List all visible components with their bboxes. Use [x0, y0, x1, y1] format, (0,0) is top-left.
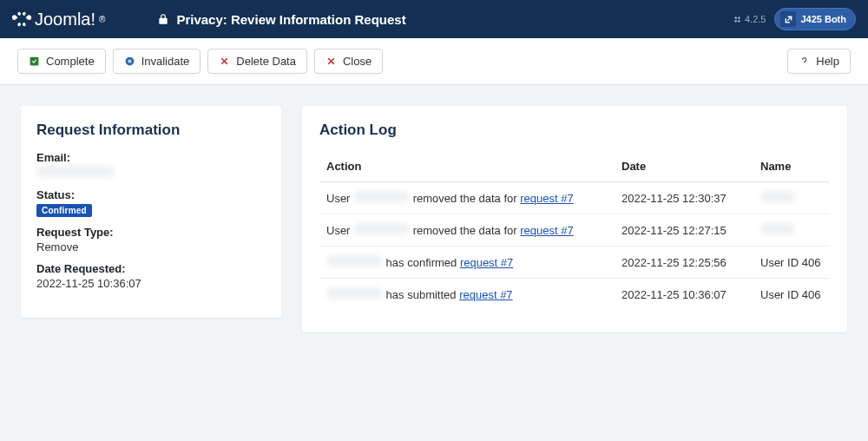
check-square-icon	[29, 56, 40, 67]
action-cell: has submitted request #7	[319, 279, 615, 311]
field-value: Confirmed	[36, 203, 266, 217]
svg-point-0	[734, 16, 737, 19]
field-value: Remove	[36, 240, 266, 253]
request-link[interactable]: request #7	[460, 256, 513, 269]
x-icon	[326, 56, 337, 67]
question-icon	[799, 56, 810, 67]
lock-icon	[157, 13, 169, 25]
top-bar: Joomla!® Privacy: Review Information Req…	[0, 0, 868, 38]
site-switcher-button[interactable]: J425 Both	[774, 8, 856, 30]
version-text: 4.2.5	[745, 14, 766, 24]
joomla-icon	[12, 10, 31, 29]
brand-name: Joomla!	[35, 10, 95, 30]
redacted-name	[760, 223, 795, 234]
field-label: Status:	[36, 188, 266, 201]
redacted-actor	[326, 287, 383, 299]
redacted-actor	[353, 223, 410, 234]
toolbar: Complete Invalidate Delete Data Close He…	[0, 38, 868, 85]
redacted-actor	[326, 255, 383, 267]
field-label: Email:	[36, 151, 266, 164]
button-label: Invalidate	[141, 55, 190, 68]
svg-point-2	[734, 19, 737, 22]
invalidate-button[interactable]: Invalidate	[113, 49, 201, 74]
action-cell: User removed the data for request #7	[319, 182, 615, 214]
name-cell: User ID 406	[753, 279, 830, 311]
table-row: User removed the data for request #72022…	[319, 214, 830, 247]
table-header-row: Action Date Name	[319, 151, 830, 182]
field-label: Date Requested:	[36, 262, 266, 275]
col-header-action: Action	[319, 151, 615, 182]
page-title-text: Privacy: Review Information Request	[176, 12, 405, 27]
field-label: Request Type:	[36, 226, 266, 239]
button-label: Help	[816, 55, 839, 68]
request-type-field: Request Type: Remove	[36, 226, 266, 253]
card-title: Request Information	[36, 122, 266, 139]
action-cell: has confirmed request #7	[319, 247, 615, 279]
card-title: Action Log	[319, 122, 830, 139]
table-row: User removed the data for request #72022…	[319, 182, 830, 214]
field-value	[36, 166, 266, 180]
redacted-actor	[353, 191, 410, 202]
svg-rect-4	[30, 57, 39, 66]
name-cell: User ID 406	[753, 247, 830, 279]
redacted-name	[760, 191, 795, 202]
date-cell: 2022-11-25 12:25:56	[615, 247, 753, 279]
request-info-card: Request Information Email: Status: Confi…	[21, 106, 281, 318]
external-link-icon	[780, 11, 796, 27]
table-row: has confirmed request #72022-11-25 12:25…	[319, 247, 830, 279]
top-right: 4.2.5 J425 Both	[733, 8, 856, 30]
x-circle-icon	[124, 56, 135, 67]
complete-button[interactable]: Complete	[17, 49, 106, 74]
status-badge: Confirmed	[36, 204, 92, 217]
brand-logo[interactable]: Joomla!®	[12, 10, 105, 30]
joomla-small-icon	[733, 15, 742, 24]
x-icon	[219, 56, 230, 67]
action-log-table: Action Date Name User removed the data f…	[319, 151, 830, 310]
delete-data-button[interactable]: Delete Data	[207, 49, 307, 74]
button-label: Complete	[46, 55, 95, 68]
request-link[interactable]: request #7	[520, 224, 573, 237]
help-button[interactable]: Help	[787, 49, 851, 74]
page-title: Privacy: Review Information Request	[157, 12, 733, 27]
col-header-date: Date	[615, 151, 753, 182]
svg-point-3	[738, 19, 740, 22]
content-area: Request Information Email: Status: Confi…	[0, 85, 868, 353]
name-cell	[753, 214, 830, 247]
email-field: Email:	[36, 151, 266, 180]
action-log-card: Action Log Action Date Name User removed…	[302, 106, 847, 332]
col-header-name: Name	[753, 151, 830, 182]
date-cell: 2022-11-25 10:36:07	[615, 279, 753, 311]
toolbar-spacer	[390, 49, 780, 74]
version-tag[interactable]: 4.2.5	[733, 14, 766, 24]
brand-reg: ®	[99, 15, 105, 24]
close-button[interactable]: Close	[314, 49, 383, 74]
date-requested-field: Date Requested: 2022-11-25 10:36:07	[36, 262, 266, 290]
date-cell: 2022-11-25 12:30:37	[615, 182, 753, 214]
field-value: 2022-11-25 10:36:07	[36, 277, 266, 290]
button-label: Close	[343, 55, 372, 68]
request-link[interactable]: request #7	[520, 192, 573, 205]
date-cell: 2022-11-25 12:27:15	[615, 214, 753, 247]
site-label: J425 Both	[800, 14, 846, 24]
svg-point-1	[738, 16, 740, 19]
button-label: Delete Data	[236, 55, 296, 68]
request-link[interactable]: request #7	[459, 288, 512, 301]
name-cell	[753, 182, 830, 214]
status-field: Status: Confirmed	[36, 188, 266, 217]
table-row: has submitted request #72022-11-25 10:36…	[319, 279, 830, 311]
action-cell: User removed the data for request #7	[319, 214, 615, 247]
redacted-email	[36, 166, 115, 177]
